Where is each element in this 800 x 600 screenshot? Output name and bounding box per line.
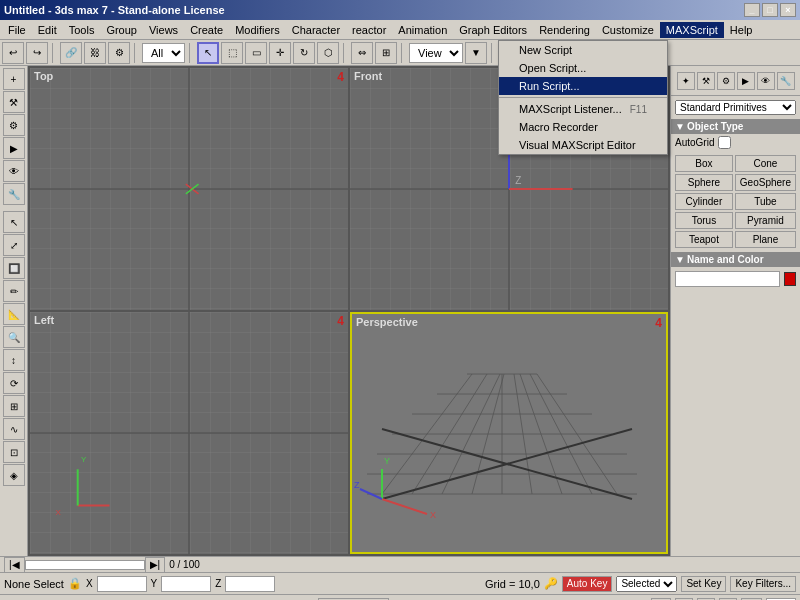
- filter-dropdown[interactable]: All: [142, 43, 185, 63]
- left-btn-tool12[interactable]: ◈: [3, 464, 25, 486]
- viewport-top[interactable]: Top 4: [30, 68, 348, 310]
- utilities-icon-btn[interactable]: 🔧: [777, 72, 795, 90]
- menu-new-script[interactable]: New Script: [499, 41, 667, 59]
- menu-tools[interactable]: Tools: [63, 22, 101, 38]
- torus-btn[interactable]: Torus: [675, 212, 733, 229]
- menu-character[interactable]: Character: [286, 22, 346, 38]
- right-panel: ✦ ⚒ ⚙ ▶ 👁 🔧 Standard Primitives ▼ Object…: [670, 66, 800, 556]
- cone-btn[interactable]: Cone: [735, 155, 796, 172]
- hierarchy-icon-btn[interactable]: ⚙: [717, 72, 735, 90]
- menu-group[interactable]: Group: [100, 22, 143, 38]
- selected-dropdown[interactable]: Selected: [616, 576, 677, 592]
- key-filters-btn[interactable]: Key Filters...: [730, 576, 796, 592]
- menu-macro-recorder[interactable]: Macro Recorder: [499, 118, 667, 136]
- menu-views[interactable]: Views: [143, 22, 184, 38]
- minimize-button[interactable]: _: [744, 3, 760, 17]
- close-button[interactable]: ×: [780, 3, 796, 17]
- toolbar-bind[interactable]: ⚙: [108, 42, 130, 64]
- toolbar-link[interactable]: 🔗: [60, 42, 82, 64]
- view-dropdown[interactable]: View: [409, 43, 463, 63]
- primitives-dropdown[interactable]: Standard Primitives: [675, 100, 796, 115]
- toolbar-select-window[interactable]: ▭: [245, 42, 267, 64]
- left-btn-tool5[interactable]: 📐: [3, 303, 25, 325]
- name-input[interactable]: [675, 271, 780, 287]
- left-btn-hierarchy[interactable]: ⚙: [3, 114, 25, 136]
- viewport-left[interactable]: X Y Left 4: [30, 312, 348, 554]
- menu-rendering[interactable]: Rendering: [533, 22, 596, 38]
- toolbar-select-region[interactable]: ⬚: [221, 42, 243, 64]
- toolbar-mirror[interactable]: ⇔: [351, 42, 373, 64]
- left-btn-tool6[interactable]: 🔍: [3, 326, 25, 348]
- menu-run-script[interactable]: Run Script...: [499, 77, 667, 95]
- menu-reactor[interactable]: reactor: [346, 22, 392, 38]
- menu-edit[interactable]: Edit: [32, 22, 63, 38]
- menu-create[interactable]: Create: [184, 22, 229, 38]
- auto-key-btn[interactable]: Auto Key: [562, 576, 613, 592]
- maximize-button[interactable]: □: [762, 3, 778, 17]
- left-btn-tool8[interactable]: ⟳: [3, 372, 25, 394]
- viewport-perspective[interactable]: X Y Z Perspective 4: [350, 312, 668, 554]
- left-btn-modify[interactable]: ⚒: [3, 91, 25, 113]
- left-btn-tool1[interactable]: ↖: [3, 211, 25, 233]
- left-btn-tool4[interactable]: ✏: [3, 280, 25, 302]
- display-icon-btn[interactable]: 👁: [757, 72, 775, 90]
- left-btn-display[interactable]: 👁: [3, 160, 25, 182]
- modify-icon-btn[interactable]: ⚒: [697, 72, 715, 90]
- left-btn-utilities[interactable]: 🔧: [3, 183, 25, 205]
- menu-help[interactable]: Help: [724, 22, 759, 38]
- toolbar-named-sel[interactable]: ▼: [465, 42, 487, 64]
- tube-btn[interactable]: Tube: [735, 193, 796, 210]
- prev-btn[interactable]: |◀: [4, 557, 25, 573]
- y-input[interactable]: [161, 576, 211, 592]
- name-color-collapse-icon[interactable]: ▼: [675, 254, 685, 265]
- none-select-label: None Select: [4, 578, 64, 590]
- menu-file[interactable]: File: [2, 22, 32, 38]
- left-btn-tool9[interactable]: ⊞: [3, 395, 25, 417]
- toolbar-move[interactable]: ✛: [269, 42, 291, 64]
- toolbar-undo[interactable]: ↩: [2, 42, 24, 64]
- toolbar-redo[interactable]: ↪: [26, 42, 48, 64]
- teapot-btn[interactable]: Teapot: [675, 231, 733, 248]
- set-key-btn[interactable]: Set Key: [681, 576, 726, 592]
- toolbar-rotate[interactable]: ↻: [293, 42, 315, 64]
- toolbar-scale[interactable]: ⬡: [317, 42, 339, 64]
- left-btn-create[interactable]: +: [3, 68, 25, 90]
- object-type-collapse-icon[interactable]: ▼: [675, 121, 685, 132]
- menu-maxscript[interactable]: MAXScript: [660, 22, 724, 38]
- left-btn-tool11[interactable]: ⊡: [3, 441, 25, 463]
- x-input[interactable]: [97, 576, 147, 592]
- left-btn-motion[interactable]: ▶: [3, 137, 25, 159]
- autogrid-checkbox[interactable]: [718, 136, 731, 149]
- toolbar-align[interactable]: ⊞: [375, 42, 397, 64]
- toolbar-sep-1: [52, 43, 56, 63]
- z-input[interactable]: [225, 576, 275, 592]
- left-btn-tool7[interactable]: ↕: [3, 349, 25, 371]
- menu-visual-maxscript[interactable]: Visual MAXScript Editor: [499, 136, 667, 154]
- pyramid-btn[interactable]: Pyramid: [735, 212, 796, 229]
- toolbar-unlink[interactable]: ⛓: [84, 42, 106, 64]
- left-btn-tool10[interactable]: ∿: [3, 418, 25, 440]
- menu-open-script[interactable]: Open Script...: [499, 59, 667, 77]
- box-btn[interactable]: Box: [675, 155, 733, 172]
- name-color-label: Name and Color: [687, 254, 764, 265]
- left-btn-tool3[interactable]: 🔲: [3, 257, 25, 279]
- left-btn-tool2[interactable]: ⤢: [3, 234, 25, 256]
- toolbar-sep-2: [134, 43, 138, 63]
- geosphere-btn[interactable]: GeoSphere: [735, 174, 796, 191]
- plane-btn[interactable]: Plane: [735, 231, 796, 248]
- sphere-btn[interactable]: Sphere: [675, 174, 733, 191]
- visual-maxscript-label: Visual MAXScript Editor: [519, 139, 636, 151]
- create-icon-btn[interactable]: ✦: [677, 72, 695, 90]
- viewport-left-grid: X Y: [30, 312, 348, 554]
- menu-customize[interactable]: Customize: [596, 22, 660, 38]
- toolbar-select[interactable]: ↖: [197, 42, 219, 64]
- menu-graph-editors[interactable]: Graph Editors: [453, 22, 533, 38]
- motion-icon-btn[interactable]: ▶: [737, 72, 755, 90]
- cylinder-btn[interactable]: Cylinder: [675, 193, 733, 210]
- menu-modifiers[interactable]: Modifiers: [229, 22, 286, 38]
- menu-listener[interactable]: MAXScript Listener... F11: [499, 100, 667, 118]
- svg-text:X: X: [430, 510, 436, 520]
- menu-animation[interactable]: Animation: [392, 22, 453, 38]
- next-btn[interactable]: ▶|: [145, 557, 166, 573]
- color-swatch[interactable]: [784, 272, 796, 286]
